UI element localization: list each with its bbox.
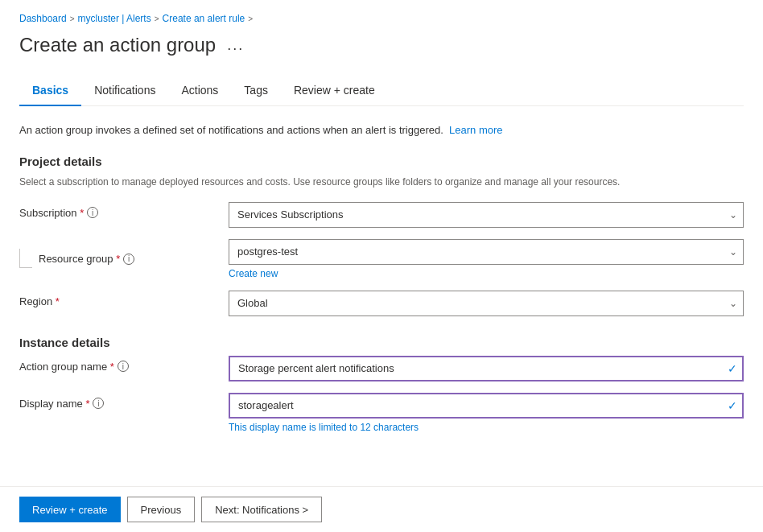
tab-notifications[interactable]: Notifications: [81, 76, 168, 106]
region-label-col: Region *: [19, 291, 229, 307]
breadcrumb-mycluster[interactable]: mycluster | Alerts: [78, 13, 151, 24]
breadcrumb-dashboard[interactable]: Dashboard: [19, 13, 67, 24]
breadcrumb: Dashboard > mycluster | Alerts > Create …: [19, 13, 744, 24]
region-select-wrapper: Global ⌄: [229, 291, 744, 316]
description-text: An action group invokes a defined set of…: [19, 122, 744, 138]
subscription-info-icon[interactable]: i: [87, 207, 98, 218]
resource-group-label-col: Resource group * i: [19, 239, 229, 274]
breadcrumb-sep-3: >: [248, 14, 253, 23]
page-title-row: Create an action group ...: [19, 34, 744, 56]
display-name-row: Display name * i ✓ This display name is …: [19, 393, 744, 433]
action-group-name-info-icon[interactable]: i: [118, 361, 129, 372]
tab-basics[interactable]: Basics: [19, 76, 81, 106]
display-name-control-col: ✓ This display name is limited to 12 cha…: [229, 393, 744, 433]
tab-actions[interactable]: Actions: [168, 76, 231, 106]
create-new-resource-group-link[interactable]: Create new: [229, 268, 744, 279]
region-select[interactable]: Global: [229, 291, 744, 316]
display-name-info-icon[interactable]: i: [93, 398, 104, 409]
action-group-name-input[interactable]: [229, 356, 744, 381]
project-details-subtext: Select a subscription to manage deployed…: [19, 175, 744, 189]
resource-group-required: *: [116, 253, 120, 265]
subscription-label: Subscription *: [19, 207, 84, 219]
action-group-name-control-col: ✓: [229, 356, 744, 381]
action-group-name-required: *: [110, 361, 114, 373]
display-name-label-col: Display name * i: [19, 393, 229, 410]
display-name-label: Display name *: [19, 398, 89, 410]
tabs-container: Basics Notifications Actions Tags Review…: [19, 76, 744, 106]
breadcrumb-sep-1: >: [70, 14, 75, 23]
resource-group-info-icon[interactable]: i: [123, 254, 134, 265]
subscription-select-wrapper: Services Subscriptions ⌄: [229, 202, 744, 228]
breadcrumb-alert-rule[interactable]: Create an alert rule: [163, 13, 245, 24]
subscription-select[interactable]: Services Subscriptions: [229, 202, 744, 228]
project-details-section: Project details Select a subscription to…: [19, 155, 744, 316]
resource-group-control-col: postgres-test ⌄ Create new: [229, 239, 744, 279]
subscription-required: *: [80, 207, 84, 219]
resource-group-label: Resource group *: [39, 253, 120, 265]
action-group-name-label: Action group name *: [19, 361, 114, 373]
subscription-row: Subscription * i Services Subscriptions …: [19, 202, 744, 228]
display-name-input-wrapper: ✓: [229, 393, 744, 419]
resource-group-select[interactable]: postgres-test: [229, 239, 744, 265]
learn-more-link[interactable]: Learn more: [449, 124, 502, 136]
review-create-button[interactable]: Review + create: [19, 497, 121, 522]
region-control-col: Global ⌄: [229, 291, 744, 316]
action-group-name-input-wrapper: ✓: [229, 356, 744, 381]
region-row: Region * Global ⌄: [19, 291, 744, 316]
description-static: An action group invokes a defined set of…: [19, 124, 443, 136]
resource-group-select-wrapper: postgres-test ⌄: [229, 239, 744, 265]
display-name-char-limit-note: This display name is limited to 12 chara…: [229, 422, 744, 433]
next-button[interactable]: Next: Notifications >: [201, 497, 322, 522]
tab-tags[interactable]: Tags: [231, 76, 281, 106]
instance-details-heading: Instance details: [19, 336, 744, 349]
project-details-heading: Project details: [19, 155, 744, 168]
footer: Review + create Previous Next: Notificat…: [0, 486, 763, 532]
region-label: Region *: [19, 295, 60, 307]
action-group-name-row: Action group name * i ✓: [19, 356, 744, 381]
region-required: *: [56, 295, 60, 307]
display-name-check-icon: ✓: [728, 399, 737, 412]
display-name-required: *: [85, 398, 89, 410]
subscription-label-col: Subscription * i: [19, 202, 229, 219]
action-group-name-label-col: Action group name * i: [19, 356, 229, 373]
previous-button[interactable]: Previous: [127, 497, 196, 522]
tab-review-create[interactable]: Review + create: [281, 76, 388, 106]
indent-connector: [19, 249, 32, 268]
resource-group-row: Resource group * i postgres-test ⌄ Creat…: [19, 239, 744, 279]
breadcrumb-sep-2: >: [155, 14, 159, 23]
page-title: Create an action group: [19, 34, 216, 56]
subscription-control-col: Services Subscriptions ⌄: [229, 202, 744, 228]
instance-details-section: Instance details Action group name * i ✓: [19, 336, 744, 433]
more-options-button[interactable]: ...: [224, 35, 247, 56]
action-group-name-check-icon: ✓: [728, 362, 737, 375]
display-name-input[interactable]: [229, 393, 744, 419]
